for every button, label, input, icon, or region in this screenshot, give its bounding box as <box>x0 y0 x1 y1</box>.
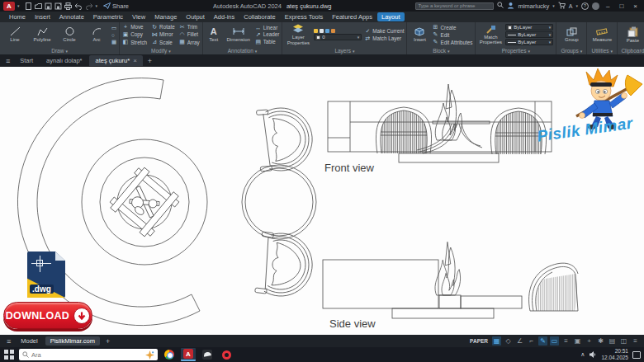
status-toggle[interactable]: ∠ <box>515 336 524 346</box>
ribbon-tab[interactable]: Add-ins <box>210 12 239 21</box>
user-avatar-icon[interactable] <box>507 2 514 11</box>
ribbon-tool-button[interactable]: ✎Edit Attributes <box>432 39 472 45</box>
new-layout-icon[interactable]: + <box>102 337 113 346</box>
measure-button[interactable]: Measure <box>590 26 614 42</box>
ribbon-tool-button[interactable]: +Move <box>122 23 147 31</box>
hatch-tool-icon[interactable]: ▦ <box>111 39 116 45</box>
ribbon-tool-button[interactable]: ⋈Mirror <box>151 31 175 38</box>
group-button[interactable]: Group <box>559 27 584 42</box>
file-tab[interactable]: ateş çukuru*× <box>89 55 142 66</box>
ribbon-tool-button[interactable]: ⇄Match Layer <box>364 35 404 42</box>
annotation-panel-label[interactable]: Annotation▾ <box>203 47 282 54</box>
save-as-icon[interactable] <box>54 2 62 10</box>
autocad-app-menu-icon[interactable]: A <box>3 2 15 11</box>
status-toggle[interactable]: ▣ <box>573 336 582 346</box>
layout-menu-icon[interactable]: ≡ <box>4 337 13 346</box>
status-toggle[interactable]: ≡ <box>561 336 571 346</box>
layout-tab[interactable]: PislikMimar.com <box>45 336 100 346</box>
help-icon[interactable]: ? <box>581 2 589 10</box>
ribbon-tool-button[interactable]: ✎Edit <box>432 31 472 38</box>
taskbar-app-icon[interactable] <box>200 348 215 361</box>
dimension-tool-button[interactable]: Dimension <box>225 26 253 42</box>
cart-icon[interactable] <box>558 2 566 11</box>
user-menu-caret-icon[interactable]: ▾ <box>552 3 555 8</box>
print-icon[interactable] <box>64 2 72 10</box>
status-toggle[interactable]: ✱ <box>596 336 605 346</box>
status-toggle[interactable]: + <box>585 336 594 346</box>
ribbon-tab[interactable]: Annotate <box>55 12 88 21</box>
match-properties-button[interactable]: Match Properties <box>478 25 503 45</box>
layers-panel-label[interactable]: Layers▾ <box>282 47 406 54</box>
new-file-icon[interactable] <box>25 2 32 10</box>
circle-tool-button[interactable]: Circle <box>57 26 82 42</box>
ribbon-tool-button[interactable]: ◧Stretch <box>122 39 147 46</box>
status-toggle[interactable]: ▦ <box>492 336 501 346</box>
opera-taskbar-icon[interactable] <box>219 348 234 361</box>
ribbon-tab[interactable]: Manage <box>150 12 181 21</box>
layer-on-icon[interactable] <box>314 29 318 33</box>
text-tool-button[interactable]: A Text <box>206 27 222 42</box>
new-drawing-icon[interactable]: + <box>144 57 155 65</box>
volume-icon[interactable] <box>589 347 597 362</box>
status-toggle[interactable]: ▭ <box>550 336 559 346</box>
ribbon-tab[interactable]: Collaborate <box>239 12 279 21</box>
account-caret-icon[interactable]: ▾ <box>576 3 579 8</box>
arc-tool-button[interactable]: Arc <box>84 26 109 42</box>
layer-lock-icon[interactable] <box>325 29 329 33</box>
property-dropdown[interactable]: ByLayer▾ <box>505 39 553 45</box>
help-search-input[interactable] <box>415 2 494 10</box>
polyline-tool-button[interactable]: Polyline <box>30 26 54 42</box>
layer-dropdown[interactable]: 0 ▾ <box>314 34 362 40</box>
utilities-panel-label[interactable]: Utilities▾ <box>587 47 617 54</box>
restore-button[interactable]: □ <box>616 2 627 10</box>
file-tab-menu-icon[interactable]: ≡ <box>3 57 12 65</box>
modify-panel-label[interactable]: Modify▾ <box>120 47 202 54</box>
layer-freeze-icon[interactable] <box>320 29 324 33</box>
ribbon-tab[interactable]: Featured Apps <box>328 12 376 21</box>
minimize-button[interactable]: – <box>603 2 613 10</box>
paper-space-label[interactable]: PAPER <box>470 338 488 344</box>
autocad-taskbar-icon[interactable]: A <box>181 348 196 361</box>
ribbon-tool-button[interactable]: ✓Make Current <box>364 28 404 35</box>
rectangle-tool-icon[interactable]: ▭ <box>111 25 116 31</box>
chrome-taskbar-icon[interactable] <box>162 348 177 361</box>
paste-button[interactable]: Paste <box>620 26 644 43</box>
ribbon-tab[interactable]: Insert <box>31 12 54 21</box>
status-toggle[interactable]: ▤ <box>608 336 617 346</box>
autodesk-account-icon[interactable]: A <box>569 3 573 9</box>
layer-color-icon[interactable] <box>331 29 335 33</box>
groups-panel-label[interactable]: Groups▾ <box>556 47 586 54</box>
property-dropdown[interactable]: ByLayer▾ <box>505 24 553 31</box>
drawing-viewport[interactable]: Front view Side view Pislik Mimar .dwg D… <box>0 67 644 335</box>
close-button[interactable]: × <box>630 2 641 10</box>
draw-panel-label[interactable]: Draw▾ <box>0 47 119 54</box>
redo-icon[interactable] <box>85 2 93 10</box>
ribbon-tab[interactable]: Express Tools <box>281 12 328 21</box>
app-menu-caret-icon[interactable]: ▾ <box>17 3 20 8</box>
save-icon[interactable] <box>45 2 52 10</box>
status-toggle[interactable]: ◫ <box>619 336 628 346</box>
assistant-icon[interactable] <box>592 2 599 10</box>
start-button-icon[interactable] <box>3 349 15 360</box>
property-dropdown[interactable]: ByLayer▾ <box>505 31 553 38</box>
ribbon-tool-button[interactable]: ▤Table <box>255 39 280 45</box>
system-clock[interactable]: 20:51 12.04.2025 <box>601 348 628 361</box>
ribbon-tab[interactable]: View <box>128 12 149 21</box>
ribbon-tab[interactable]: Layout <box>377 12 405 21</box>
ribbon-tab[interactable]: Output <box>182 12 209 21</box>
search-icon[interactable] <box>497 2 504 10</box>
ribbon-tab[interactable]: Parametric <box>89 12 127 21</box>
ribbon-tool-button[interactable]: ↔Linear <box>255 25 280 31</box>
ribbon-tool-button[interactable]: ▣Copy <box>122 31 147 38</box>
line-tool-button[interactable]: Line <box>2 26 27 42</box>
layer-properties-button[interactable]: Layer Properties <box>285 24 311 45</box>
notification-icon[interactable] <box>632 351 641 359</box>
share-button[interactable]: Share <box>103 2 129 10</box>
tray-expand-icon[interactable]: ∧ <box>580 351 585 358</box>
open-folder-icon[interactable] <box>35 2 42 10</box>
ribbon-tool-button[interactable]: ▦Array <box>179 39 200 46</box>
ellipse-tool-icon[interactable]: ○ <box>111 32 116 38</box>
ribbon-tool-button[interactable]: ✂Trim <box>179 23 200 31</box>
ribbon-tool-button[interactable]: ↻Rotate <box>151 23 175 31</box>
status-toggle[interactable]: ◇ <box>504 336 513 346</box>
